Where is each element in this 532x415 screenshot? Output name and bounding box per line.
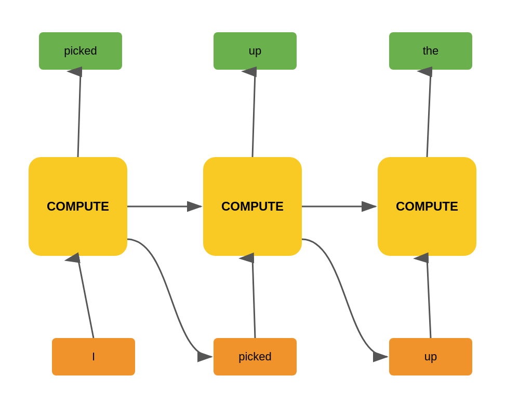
orange-label-3: up <box>424 350 437 364</box>
green-label-1: picked <box>64 44 97 58</box>
yellow-label-2: COMPUTE <box>221 199 284 214</box>
yellow-box-3: COMPUTE <box>378 157 476 256</box>
arrow-yellow1-orange2 <box>127 239 211 357</box>
arrow-yellow3-green3 <box>427 72 431 157</box>
green-box-2: up <box>214 32 297 70</box>
orange-box-1: I <box>52 338 135 375</box>
green-box-3: the <box>389 32 472 70</box>
diagram: picked up the COMPUTE COMPUTE COMPUTE I … <box>0 0 532 415</box>
yellow-label-1: COMPUTE <box>47 199 109 214</box>
yellow-box-1: COMPUTE <box>29 157 127 256</box>
green-label-2: up <box>249 44 261 58</box>
arrow-yellow2-orange3 <box>302 239 387 357</box>
arrow-orange1-yellow1 <box>78 258 94 338</box>
orange-box-2: picked <box>214 338 297 375</box>
green-box-1: picked <box>39 32 122 70</box>
orange-box-3: up <box>389 338 472 375</box>
orange-label-1: I <box>92 350 95 364</box>
orange-label-2: picked <box>238 350 272 364</box>
arrow-yellow2-green2 <box>252 72 255 157</box>
arrow-orange2-yellow2 <box>252 258 255 338</box>
yellow-label-3: COMPUTE <box>396 199 458 214</box>
arrow-orange3-yellow3 <box>427 258 431 338</box>
green-label-3: the <box>423 44 439 58</box>
arrow-yellow1-green1 <box>78 72 81 157</box>
yellow-box-2: COMPUTE <box>203 157 302 256</box>
